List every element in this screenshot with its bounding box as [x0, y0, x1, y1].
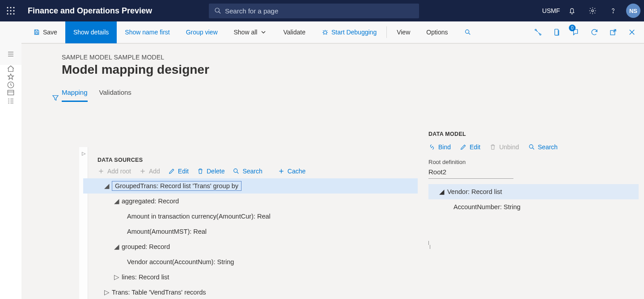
breadcrumb: SAMPLE MODEL SAMPLE MODEL [62, 54, 644, 61]
data-sources-heading: DATA SOURCES [97, 157, 418, 163]
caret-down-icon[interactable]: ◢ [114, 244, 120, 250]
dm-row-vendor[interactable]: ◢ Vendor: Record list [428, 184, 639, 199]
group-view-button[interactable]: Group view [178, 21, 226, 43]
tree-row-vendoraccount[interactable]: Vendor account(AccountNum): String [83, 254, 418, 270]
dm-row-accountnumber[interactable]: AccountNumber: String [428, 199, 639, 215]
root-definition-value[interactable]: Root2 [428, 168, 513, 179]
caret-right-icon[interactable]: ▷ [114, 274, 120, 280]
action-bar: Save Show details Show name first Group … [0, 21, 644, 43]
options-menu[interactable]: Options [418, 21, 456, 43]
separator [386, 26, 387, 38]
tree-label: Amount(AmountMST): Real [127, 228, 207, 235]
ds-delete-button[interactable]: Delete [197, 168, 225, 175]
connector-icon[interactable] [530, 21, 547, 43]
svg-point-39 [234, 169, 237, 173]
svg-point-5 [13, 10, 14, 11]
add-button[interactable]: Add [139, 168, 160, 175]
tree-row-amountmst[interactable]: Amount(AmountMST): Real [83, 224, 418, 239]
attachments-icon[interactable] [548, 21, 565, 43]
dm-edit-button[interactable]: Edit [460, 143, 480, 151]
home-icon[interactable] [0, 65, 21, 73]
tree-row-grouped[interactable]: ◢ grouped: Record [83, 239, 418, 254]
caret-down-icon[interactable]: ◢ [439, 188, 445, 195]
ds-search-label: Search [242, 168, 262, 175]
plus-icon [139, 168, 146, 175]
svg-point-30 [540, 34, 541, 35]
help-icon[interactable] [603, 0, 623, 21]
ds-edit-label: Edit [178, 168, 189, 175]
start-debugging-button[interactable]: Start Debugging [314, 21, 385, 43]
tree-label: Amount in transaction currency(AmountCur… [127, 213, 271, 220]
svg-point-3 [7, 10, 8, 11]
caret-down-icon[interactable]: ◢ [104, 183, 110, 189]
tree-label: lines: Record list [122, 274, 169, 281]
show-all-label: Show all [234, 29, 258, 36]
search-icon [528, 143, 535, 151]
ds-edit-button[interactable]: Edit [168, 168, 189, 175]
global-search[interactable] [209, 4, 419, 18]
data-model-tree: ◢ Vendor: Record list AccountNumber: Str… [428, 184, 639, 215]
bug-icon [322, 29, 329, 36]
options-label: Options [426, 29, 448, 36]
messages-icon[interactable]: 0 [567, 21, 584, 43]
group-view-label: Group view [186, 29, 218, 36]
caret-down-icon[interactable]: ◢ [114, 198, 120, 204]
ds-delete-label: Delete [207, 168, 225, 175]
show-details-button[interactable]: Show details [65, 21, 117, 43]
avatar[interactable]: NS [626, 4, 640, 18]
dm-bind-button[interactable]: Bind [428, 143, 451, 151]
tree-row-groupedtrans[interactable]: ◢ GroupedTrans: Record list 'Trans' grou… [83, 178, 418, 194]
recent-icon[interactable] [0, 81, 21, 89]
waffle-icon[interactable] [0, 0, 21, 21]
view-menu[interactable]: View [389, 21, 418, 43]
data-sources-toolbar: Add root Add Edit Delete Search [97, 168, 418, 175]
dm-search-button[interactable]: Search [528, 143, 558, 151]
tree-row-trans[interactable]: ▷ Trans: Table 'VendTrans' records [83, 285, 418, 299]
show-all-dropdown[interactable]: Show all [226, 21, 275, 43]
expand-chevron-icon[interactable]: ▷ [82, 151, 85, 156]
refresh-icon[interactable] [586, 21, 603, 43]
add-root-button[interactable]: Add root [97, 168, 131, 175]
workspace-icon[interactable] [0, 89, 21, 97]
action-search-button[interactable] [456, 21, 479, 43]
validate-label: Validate [283, 29, 305, 36]
tab-validations[interactable]: Validations [99, 88, 131, 102]
search-input[interactable] [225, 7, 414, 15]
svg-point-8 [13, 13, 14, 14]
star-icon[interactable] [0, 73, 21, 81]
tree-row-amountcur[interactable]: Amount in transaction currency(AmountCur… [83, 209, 418, 224]
popout-icon[interactable] [605, 21, 622, 43]
validate-button[interactable]: Validate [275, 21, 314, 43]
close-icon[interactable] [623, 21, 640, 43]
svg-point-0 [7, 7, 8, 8]
data-sources-panel: ▷ DATA SOURCES Add root Add Edit Delete [83, 147, 418, 299]
link-icon [428, 143, 436, 151]
company-code[interactable]: USMF [542, 7, 560, 14]
show-name-first-button[interactable]: Show name first [117, 21, 178, 43]
gear-icon[interactable] [582, 0, 603, 21]
pencil-icon [168, 168, 175, 175]
tree-row-aggregated[interactable]: ◢ aggregated: Record [83, 194, 418, 209]
show-details-label: Show details [73, 29, 109, 36]
splitter-handle[interactable] [428, 241, 431, 249]
show-name-first-label: Show name first [125, 29, 169, 36]
filter-icon[interactable] [43, 87, 68, 109]
ds-search-button[interactable]: Search [233, 168, 262, 175]
svg-line-44 [533, 148, 534, 149]
data-model-toolbar: Bind Edit Unbind Search [428, 143, 639, 151]
notifications-icon[interactable] [562, 0, 582, 21]
search-icon [464, 29, 471, 36]
dm-unbind-button[interactable]: Unbind [489, 143, 519, 151]
svg-point-11 [592, 10, 594, 12]
dm-search-label: Search [538, 143, 558, 151]
save-button[interactable]: Save [25, 21, 65, 43]
tree-row-lines[interactable]: ▷ lines: Record list [83, 270, 418, 285]
tree-label: Trans: Table 'VendTrans' records [112, 289, 206, 296]
data-model-panel: DATA MODEL Bind Edit Unbind Search [428, 147, 639, 299]
ds-cache-button[interactable]: Cache [278, 168, 305, 175]
hamburger-icon[interactable] [0, 43, 21, 65]
dm-edit-label: Edit [470, 143, 480, 151]
modules-icon[interactable] [0, 97, 21, 105]
plus-icon [278, 168, 285, 175]
caret-right-icon[interactable]: ▷ [104, 289, 110, 295]
